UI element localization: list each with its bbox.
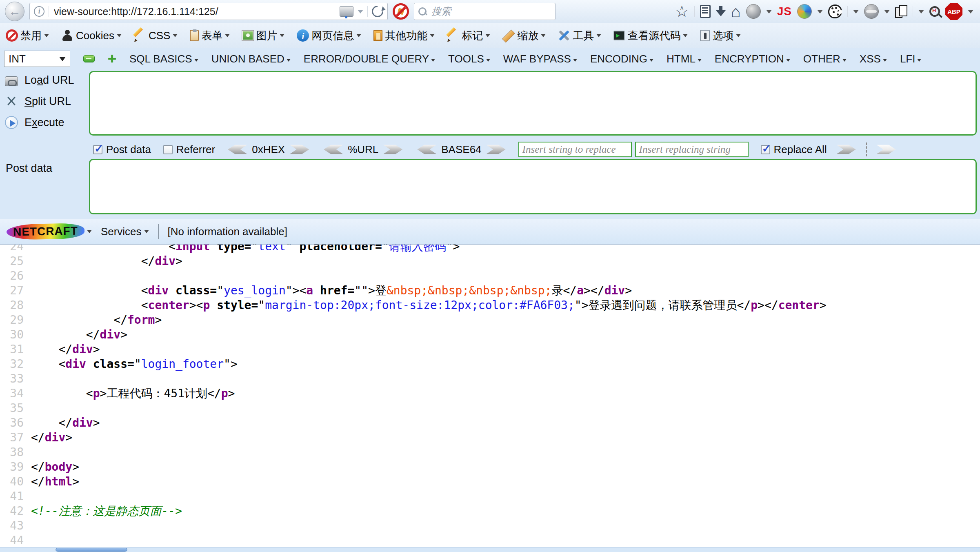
webdev-item-information[interactable]: 网页信息 xyxy=(297,29,361,43)
palette-addon-icon[interactable] xyxy=(828,4,842,18)
encode-chevron-button[interactable] xyxy=(290,144,309,155)
replace-with-input[interactable] xyxy=(635,142,749,157)
chevron-down-icon xyxy=(87,230,92,233)
bookmarks-menu-icon[interactable] xyxy=(700,5,711,18)
hackbar-menu-xss[interactable]: XSS xyxy=(860,53,887,65)
minus-icon[interactable] xyxy=(83,55,95,62)
hackbar-menu-waf-bypass[interactable]: WAF BYPASS xyxy=(503,53,577,65)
proxy-icon[interactable] xyxy=(340,6,353,17)
webdev-item-images[interactable]: 图片 xyxy=(242,29,284,43)
netcraft-services-menu[interactable]: Services xyxy=(101,225,149,238)
source-line-30: 30 </div> xyxy=(0,327,980,342)
chevron-down-icon xyxy=(649,59,653,62)
url-textarea[interactable] xyxy=(89,71,977,136)
replace-all-checkbox[interactable]: Replace All xyxy=(761,143,827,156)
netcraft-logo: NETCRAFT xyxy=(7,223,85,240)
reload-icon[interactable] xyxy=(369,3,386,20)
hackbar-menu-sql-basics[interactable]: SQL BASICS xyxy=(129,53,198,65)
hackbar-menu-other[interactable]: OTHER xyxy=(803,53,847,65)
line-code: </div> xyxy=(31,328,127,341)
scrollbar-thumb[interactable] xyxy=(56,548,127,552)
webdev-item-label: Cookies xyxy=(76,29,114,42)
noscript-blocked-icon[interactable] xyxy=(393,3,409,20)
search-box[interactable] xyxy=(414,3,556,20)
webdev-item-label: 表单 xyxy=(201,29,222,43)
chevron-down-icon[interactable] xyxy=(817,10,823,13)
adblock-plus-icon[interactable]: ABP xyxy=(945,3,962,20)
hackbar-menu-html[interactable]: HTML xyxy=(667,53,702,65)
chevron-down-icon xyxy=(144,230,149,233)
decode-chevron-button[interactable] xyxy=(417,144,436,155)
encode-chevron-button[interactable] xyxy=(383,144,403,155)
chevron-down-icon xyxy=(698,59,702,62)
line-code: </div> xyxy=(31,254,182,268)
horizontal-scrollbar[interactable] xyxy=(0,547,980,552)
hackbar-menu-encryption[interactable]: ENCRYPTION xyxy=(715,53,790,65)
chevron-down-icon[interactable] xyxy=(766,10,772,13)
home-icon[interactable]: ⌂ xyxy=(731,5,741,18)
site-info-icon[interactable]: i xyxy=(34,6,44,17)
webdev-item-miscellaneous[interactable]: 其他功能 xyxy=(373,29,435,43)
post-data-checkbox[interactable]: Post data xyxy=(93,143,151,156)
replace-execute-button[interactable] xyxy=(837,144,856,155)
divider xyxy=(847,6,848,17)
database-type-select[interactable]: INT xyxy=(4,51,70,67)
webdev-item-resize[interactable]: 缩放 xyxy=(502,29,546,43)
hackbar-menu-tools[interactable]: TOOLS xyxy=(448,53,490,65)
chevron-down-icon[interactable] xyxy=(884,10,890,13)
bookmark-star-icon[interactable]: ☆ xyxy=(675,4,689,19)
menu-label: OTHER xyxy=(803,53,840,65)
pages-addon-icon[interactable] xyxy=(895,5,907,18)
source-line-43: 43 xyxy=(0,519,980,533)
chevron-down-icon[interactable] xyxy=(358,10,363,13)
hackbar-menu-union-based[interactable]: UNION BASED xyxy=(211,53,291,65)
webdev-item-cookies[interactable]: Cookies xyxy=(61,29,122,42)
source-line-37: 37</div> xyxy=(0,430,980,445)
source-line-40: 40</html> xyxy=(0,474,980,489)
back-button[interactable]: ← xyxy=(5,2,24,21)
encode-chevron-button[interactable] xyxy=(487,144,506,155)
webdev-item-disable[interactable]: 禁用 xyxy=(6,29,49,43)
plus-icon[interactable]: + xyxy=(108,51,116,66)
url-input[interactable] xyxy=(53,5,336,18)
chevron-down-icon xyxy=(225,34,230,37)
globe-addon-icon[interactable] xyxy=(746,4,761,19)
webdev-item-tools[interactable]: 工具 xyxy=(558,29,601,43)
decode-chevron-button[interactable] xyxy=(227,144,247,155)
replace-search-input[interactable] xyxy=(518,142,632,157)
sync-addon-icon[interactable] xyxy=(864,4,879,19)
hackbar-menu-encoding[interactable]: ENCODING xyxy=(590,53,653,65)
source-line-36: 36 </div> xyxy=(0,416,980,430)
hackbar-main: Load URLSplit URLExecute xyxy=(0,69,980,141)
referrer-checkbox[interactable]: Referrer xyxy=(163,143,215,156)
webdev-item-css[interactable]: CSS xyxy=(134,29,178,42)
apply-chevron-button[interactable] xyxy=(877,144,896,155)
url-bar[interactable]: i xyxy=(29,3,388,20)
chevron-down-icon[interactable] xyxy=(853,10,859,13)
menu-label: ERROR/DOUBLE QUERY xyxy=(304,53,429,65)
webdev-item-view-source[interactable]: 查看源代码 xyxy=(613,29,688,43)
js-toggle-icon[interactable]: JS xyxy=(777,5,792,18)
post-data-textarea[interactable] xyxy=(89,159,977,214)
hackbar-menu-error-double-query[interactable]: ERROR/DOUBLE QUERY xyxy=(304,53,435,65)
chevron-down-icon[interactable] xyxy=(968,10,973,13)
webdev-item-options[interactable]: 选项 xyxy=(700,29,741,43)
netcraft-menu[interactable]: NETCRAFT xyxy=(7,224,92,239)
downloads-icon[interactable] xyxy=(716,6,726,17)
search-input[interactable] xyxy=(431,6,551,18)
css-icon xyxy=(134,29,146,42)
chevron-down-icon xyxy=(485,34,490,37)
line-number: 40 xyxy=(0,474,31,489)
swirl-addon-icon[interactable] xyxy=(797,4,812,19)
line-number: 28 xyxy=(0,298,31,313)
hackbar-menu-lfi[interactable]: LFI xyxy=(900,53,922,65)
magnifier-addon-icon[interactable] xyxy=(929,6,940,17)
webdev-item-outline[interactable]: 标记 xyxy=(447,29,490,43)
decode-chevron-button[interactable] xyxy=(323,144,343,155)
webdev-item-label: 图片 xyxy=(256,29,277,43)
hackbar-menus: SQL BASICSUNION BASEDERROR/DOUBLE QUERYT… xyxy=(129,53,921,65)
chevron-down-icon xyxy=(541,34,546,37)
chevron-down-icon[interactable] xyxy=(918,10,924,13)
webdev-item-forms[interactable]: 表单 xyxy=(190,29,230,43)
tools-icon xyxy=(558,29,570,42)
